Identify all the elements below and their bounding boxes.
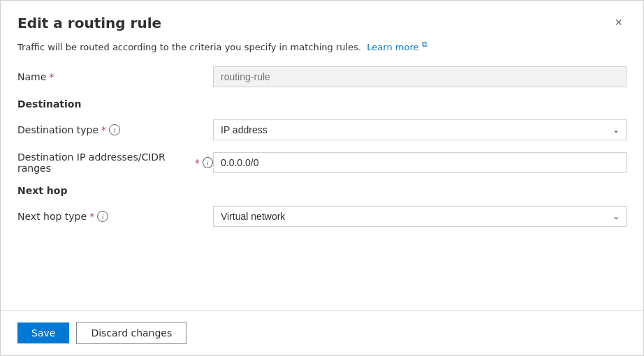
save-button[interactable]: Save [17, 322, 69, 343]
next-hop-type-info-icon[interactable]: i [97, 211, 108, 222]
next-hop-type-required: * [89, 211, 94, 222]
dialog-title: Edit a routing rule [17, 15, 161, 31]
learn-more-link[interactable]: Learn more ⧉ [367, 42, 427, 52]
next-hop-type-select[interactable]: Virtual network Virtual network gateway … [213, 206, 627, 227]
destination-ip-wrapper [213, 152, 627, 173]
dialog-body: Traffic will be routed according to the … [1, 40, 643, 296]
dialog-footer: Save Discard changes [1, 310, 643, 355]
destination-type-select[interactable]: IP address Service tag Application secur… [213, 119, 627, 140]
discard-button[interactable]: Discard changes [76, 322, 186, 344]
destination-type-label: Destination type * i [17, 124, 213, 135]
next-hop-heading: Next hop [17, 185, 627, 196]
external-link-icon: ⧉ [422, 40, 427, 49]
destination-type-required: * [101, 124, 106, 135]
name-input[interactable] [213, 66, 627, 87]
name-label: Name * [17, 71, 213, 82]
name-row: Name * [17, 66, 627, 87]
destination-heading: Destination [17, 98, 627, 110]
info-text: Traffic will be routed according to the … [17, 40, 627, 52]
destination-ip-label: Destination IP addresses/CIDR ranges * i [17, 151, 213, 174]
next-hop-type-label: Next hop type * i [17, 211, 213, 222]
next-hop-type-row: Next hop type * i Virtual network Virtua… [17, 206, 627, 227]
dialog-header: Edit a routing rule × [1, 1, 643, 40]
close-button[interactable]: × [610, 15, 627, 30]
destination-ip-input[interactable] [213, 152, 627, 173]
edit-routing-rule-dialog: Edit a routing rule × Traffic will be ro… [0, 0, 644, 356]
name-required: * [49, 71, 54, 82]
destination-ip-row: Destination IP addresses/CIDR ranges * i [17, 151, 627, 174]
destination-type-wrapper: IP address Service tag Application secur… [213, 119, 627, 140]
destination-type-row: Destination type * i IP address Service … [17, 119, 627, 140]
next-hop-type-wrapper: Virtual network Virtual network gateway … [213, 206, 627, 227]
destination-ip-info-icon[interactable]: i [203, 157, 213, 168]
destination-ip-required: * [195, 157, 200, 168]
destination-type-info-icon[interactable]: i [109, 124, 120, 135]
name-field-wrapper [213, 66, 627, 87]
